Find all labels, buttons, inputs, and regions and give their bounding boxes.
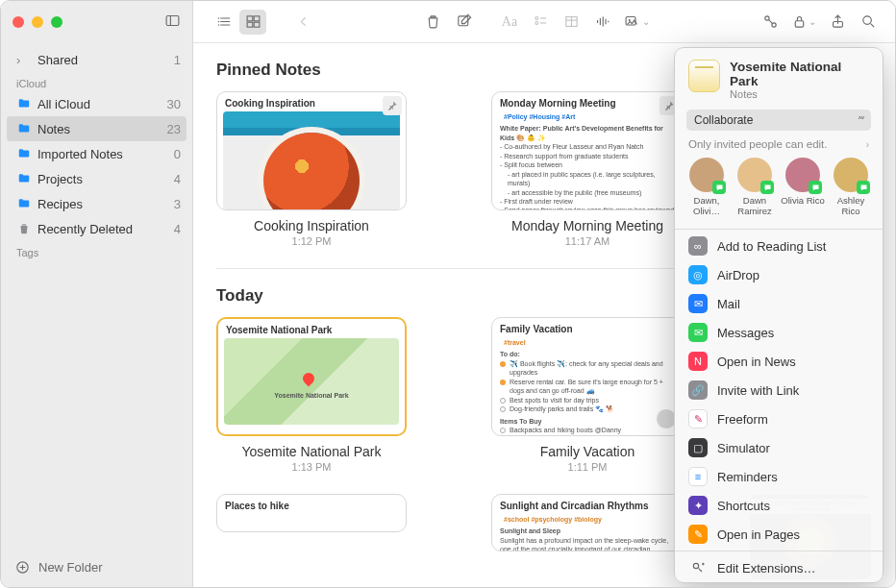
checklist-button[interactable]: [527, 10, 554, 35]
chevron-up-down-icon: ˄˅: [858, 115, 863, 126]
compose-button[interactable]: [450, 10, 477, 35]
messages-badge-icon: [857, 181, 870, 194]
note-card-vacation[interactable]: Family Vacation #travel To do: ✈️ Book f…: [491, 317, 684, 473]
sidebar-section-icloud: iCloud: [1, 72, 192, 91]
folder-icon: [16, 171, 32, 186]
app-icon: ✉: [688, 323, 708, 342]
svg-point-10: [217, 24, 218, 25]
share-mode-select[interactable]: Collaborate ˄˅: [686, 110, 871, 131]
trash-button[interactable]: [419, 10, 446, 35]
avatar-icon: [785, 158, 820, 192]
share-action-open-in-news[interactable]: NOpen in News: [675, 347, 883, 376]
messages-badge-icon: [760, 181, 774, 194]
svg-rect-33: [795, 21, 804, 27]
sidebar-item-recipes[interactable]: Recipes 3: [1, 191, 192, 216]
sidebar-item-projects[interactable]: Projects 4: [1, 166, 192, 191]
app-icon: ▢: [688, 438, 708, 457]
svg-rect-12: [254, 16, 260, 21]
svg-rect-11: [247, 16, 253, 21]
search-button[interactable]: [855, 10, 882, 35]
svg-point-18: [535, 22, 537, 25]
folder-icon: [16, 196, 32, 211]
share-action-freeform[interactable]: ✎Freeform: [675, 404, 883, 433]
share-action-airdrop[interactable]: ◎AirDrop: [675, 260, 883, 289]
svg-point-8: [217, 17, 218, 18]
messages-badge-icon: [712, 181, 726, 194]
svg-point-37: [693, 563, 698, 568]
avatar-icon: [834, 158, 868, 192]
back-button[interactable]: [289, 10, 316, 35]
share-action-mail[interactable]: ✉Mail: [675, 289, 883, 318]
note-card-meeting[interactable]: Monday Morning Meeting #Policy #Housing …: [491, 91, 684, 247]
note-icon: [688, 60, 720, 92]
link-button[interactable]: [757, 10, 784, 35]
share-button[interactable]: [824, 10, 851, 35]
share-action-reminders[interactable]: ≡Reminders: [675, 462, 883, 491]
share-note-title: Yosemite National Park: [730, 60, 869, 88]
share-popover: Yosemite National Park Notes Collaborate…: [674, 47, 884, 583]
permission-row[interactable]: Only invited people can edit. ›: [675, 131, 883, 156]
svg-rect-0: [166, 16, 179, 26]
close-window-button[interactable]: [12, 16, 24, 28]
share-person[interactable]: Dawn Ramirez: [733, 158, 777, 217]
toolbar: Aa ⌄ ⌄: [193, 1, 895, 43]
avatar-icon: [737, 158, 772, 192]
sidebar-item-shared[interactable]: › Shared 1: [1, 47, 192, 72]
app-icon: ◎: [688, 265, 708, 284]
note-card-yosemite[interactable]: Yosemite National Park Yosemite National…: [216, 317, 407, 473]
folder-icon: [16, 121, 32, 136]
pin-icon[interactable]: [383, 96, 402, 115]
avatar-icon: [689, 158, 724, 192]
zoom-window-button[interactable]: [51, 16, 62, 28]
share-action-add-to-reading-list[interactable]: ∞Add to Reading List: [675, 232, 883, 260]
format-button[interactable]: Aa: [496, 10, 523, 35]
sidebar-item-imported[interactable]: Imported Notes 0: [1, 141, 192, 166]
share-person[interactable]: Olivia Rico: [781, 158, 825, 217]
list-view-button[interactable]: [211, 10, 237, 35]
app-icon: ✎: [688, 525, 708, 544]
sidebar-item-notes[interactable]: Notes 23: [7, 116, 187, 141]
note-thumbnail-map: Yosemite National Park: [224, 338, 399, 425]
svg-line-32: [768, 19, 772, 23]
note-card-cooking[interactable]: Cooking Inspiration Cooking Inspiration …: [216, 91, 407, 247]
share-action-invite-with-link[interactable]: 🔗Invite with Link: [675, 376, 883, 404]
sidebar-item-all-icloud[interactable]: All iCloud 30: [1, 91, 192, 116]
share-person[interactable]: Ashley Rico: [829, 158, 873, 217]
sidebar-toggle-icon[interactable]: [164, 12, 181, 32]
share-action-messages[interactable]: ✉Messages: [675, 318, 883, 347]
sidebar-item-trash[interactable]: Recently Deleted 4: [1, 216, 192, 241]
app-icon: ✉: [688, 294, 708, 313]
gallery-view-button[interactable]: [239, 10, 266, 35]
svg-point-9: [217, 21, 218, 22]
minimize-window-button[interactable]: [32, 16, 43, 28]
share-action-simulator[interactable]: ▢Simulator: [675, 433, 883, 462]
share-action-shortcuts[interactable]: ✦Shortcuts: [675, 491, 883, 520]
svg-line-36: [870, 24, 874, 28]
table-button[interactable]: [558, 10, 585, 35]
lock-button[interactable]: ⌄: [787, 10, 820, 35]
media-button[interactable]: ⌄: [619, 10, 654, 35]
edit-extensions-button[interactable]: Edit Extensions…: [675, 553, 883, 582]
app-icon: ∞: [688, 236, 708, 256]
share-action-open-in-pages[interactable]: ✎Open in Pages: [675, 520, 883, 549]
svg-point-16: [535, 17, 537, 20]
window-titlebar: [1, 1, 192, 43]
sidebar: › Shared 1 iCloud All iCloud 30 Notes 23…: [1, 1, 193, 587]
extensions-icon: [688, 558, 708, 577]
folder-icon: [16, 146, 32, 161]
trash-icon: [16, 221, 32, 236]
app-icon: N: [688, 352, 708, 371]
svg-rect-14: [254, 22, 260, 27]
audio-button[interactable]: [588, 10, 615, 35]
app-icon: ✦: [688, 496, 708, 515]
app-icon: 🔗: [688, 380, 708, 400]
svg-point-35: [862, 16, 871, 24]
note-card-circadian[interactable]: Sunlight and Circadian Rhythms #school #…: [491, 494, 684, 580]
sidebar-item-label: Shared: [37, 53, 174, 67]
new-folder-button[interactable]: New Folder: [1, 548, 192, 587]
messages-badge-icon: [809, 181, 822, 194]
svg-rect-13: [247, 22, 253, 27]
share-person[interactable]: Dawn, Olivi…hers: [684, 158, 729, 217]
note-card-places[interactable]: Places to hike: [216, 494, 407, 580]
folder-icon: [16, 96, 32, 111]
